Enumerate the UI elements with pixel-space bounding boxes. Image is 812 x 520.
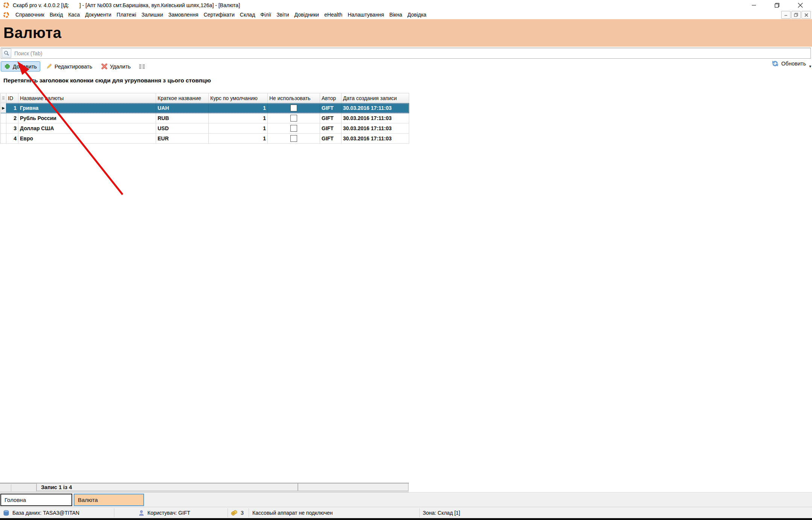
- menu-platezhi[interactable]: Платежі: [114, 11, 139, 18]
- tab-holovna[interactable]: Головна: [0, 494, 72, 506]
- page-header: Валюта: [0, 19, 812, 47]
- cash-device-label: Кассовый аппарат не подключен: [252, 510, 333, 516]
- cell-name: Евро: [18, 134, 156, 144]
- cell-created: 30.03.2016 17:11:03: [341, 103, 409, 113]
- database-label: База даних: TASA3@TITAN: [12, 510, 79, 516]
- menu-vikna[interactable]: Вікна: [387, 11, 405, 18]
- row-indicator-header: [1, 93, 6, 103]
- cell-unused: [268, 103, 320, 113]
- cell-id: 4: [6, 134, 18, 144]
- mdi-minimize-button[interactable]: [781, 11, 791, 19]
- app-logo-icon: [3, 2, 9, 8]
- mdi-restore-button[interactable]: [791, 11, 801, 19]
- record-navigator-right-panel: [298, 483, 408, 491]
- cell-id: 3: [6, 123, 18, 134]
- menu-zamovlennia[interactable]: Замовлення: [166, 11, 201, 18]
- tab-valyuta-label: Валюта: [78, 497, 98, 503]
- statusbar-cash-device: Кассовый аппарат не подключен: [252, 507, 333, 518]
- user-label: Користувач: GIFT: [147, 510, 190, 516]
- menu-ehealth[interactable]: eHealth: [322, 11, 345, 18]
- cell-name: Доллар США: [18, 123, 156, 134]
- menu-filii[interactable]: Філії: [258, 11, 274, 18]
- mdi-close-button[interactable]: [801, 11, 811, 19]
- window-title: Скарб pro v. 4.0.0.2 [ІД: ] - [Апт №003 …: [13, 2, 240, 8]
- close-button[interactable]: [789, 0, 812, 10]
- cell-code: USD: [156, 123, 209, 134]
- table-row-usd[interactable]: 3 Доллар США USD 1 GIFT 30.03.2016 17:11…: [1, 123, 409, 134]
- cell-code: RUB: [156, 113, 209, 123]
- table-row-rub[interactable]: 2 Рубль России RUB 1 GIFT 30.03.2016 17:…: [1, 113, 409, 123]
- menu-sertyfikaty[interactable]: Сертифікати: [201, 11, 237, 18]
- column-header-code[interactable]: Краткое название: [156, 93, 209, 103]
- column-header-author[interactable]: Автор: [320, 93, 341, 103]
- page-title: Валюта: [3, 24, 62, 41]
- column-header-id[interactable]: ID: [6, 93, 18, 103]
- refresh-dropdown-caret[interactable]: ▾: [809, 64, 811, 69]
- table-header-row: ID Название валюты Краткое название Курс…: [1, 93, 409, 103]
- search-bar: [1, 48, 811, 59]
- cash-count-label: 3: [241, 510, 244, 516]
- columns-icon: [138, 64, 146, 70]
- cell-author: GIFT: [320, 134, 341, 144]
- database-icon: [3, 510, 9, 516]
- search-input[interactable]: [14, 50, 810, 57]
- unused-checkbox[interactable]: [290, 105, 297, 111]
- tab-holovna-label: Головна: [5, 497, 26, 503]
- cell-rate: 1: [209, 123, 268, 134]
- unused-checkbox[interactable]: [290, 125, 297, 132]
- table-row-eur[interactable]: 4 Евро EUR 1 GIFT 30.03.2016 17:11:03: [1, 134, 409, 144]
- refresh-icon: [772, 60, 779, 67]
- menu-zalyshky[interactable]: Залишки: [139, 11, 165, 18]
- edit-button-label: Редактировать: [55, 64, 92, 70]
- column-header-rate[interactable]: Курс по умолчанию: [209, 93, 268, 103]
- status-bar: База даних: TASA3@TITAN Користувач: GIFT…: [0, 507, 812, 518]
- pencil-icon: [46, 63, 52, 70]
- cell-code: UAH: [156, 103, 209, 113]
- menu-spravochnik[interactable]: Справочник: [13, 11, 47, 18]
- app-window: Скарб pro v. 4.0.0.2 [ІД: ] - [Апт №003 …: [0, 0, 812, 520]
- menu-zvity[interactable]: Звіти: [274, 11, 291, 18]
- cell-unused: [268, 113, 320, 123]
- column-header-unused[interactable]: Не использовать: [268, 93, 320, 103]
- refresh-button-label: Обновить: [781, 61, 806, 67]
- statusbar-separator: [419, 508, 420, 517]
- group-by-hint: Перетягніть заголовок колонки сюди для у…: [3, 77, 211, 84]
- cell-unused: [268, 134, 320, 144]
- currency-table: ID Название валюты Краткое название Курс…: [0, 93, 409, 144]
- menu-sklad[interactable]: Склад: [237, 11, 258, 18]
- edit-button[interactable]: Редактировать: [42, 61, 96, 71]
- cell-created: 30.03.2016 17:11:03: [341, 134, 409, 144]
- cell-unused: [268, 123, 320, 134]
- refresh-button[interactable]: Обновить: [772, 60, 806, 67]
- restore-button[interactable]: [765, 0, 789, 10]
- toolbar: Добавить Редактировать Удалить: [0, 59, 812, 74]
- row-indicator: [1, 134, 6, 144]
- cell-code: EUR: [156, 134, 209, 144]
- menu-vyhid[interactable]: Вихід: [47, 11, 65, 18]
- table-row-grivna[interactable]: ▶ 1 Гривна UAH 1 GIFT 30.03.2016 17:11:0…: [1, 103, 409, 113]
- delete-button[interactable]: Удалить: [98, 61, 134, 71]
- tab-valyuta[interactable]: Валюта: [74, 494, 144, 506]
- unused-checkbox[interactable]: [290, 135, 297, 142]
- minimize-button[interactable]: [742, 0, 765, 10]
- menu-logo-icon: [3, 12, 9, 18]
- menu-nalashtuvannia[interactable]: Налаштування: [345, 11, 387, 18]
- menu-dovidka[interactable]: Довідка: [405, 11, 429, 18]
- statusbar-separator: [249, 508, 249, 517]
- delete-button-label: Удалить: [110, 64, 131, 70]
- add-button[interactable]: Добавить: [1, 61, 40, 71]
- plus-icon: [4, 63, 11, 70]
- column-header-created[interactable]: Дата создания записи: [341, 93, 409, 103]
- unused-checkbox[interactable]: [290, 115, 297, 122]
- columns-button[interactable]: [137, 62, 147, 71]
- cell-created: 30.03.2016 17:11:03: [341, 123, 409, 134]
- current-row-arrow-icon: ▶: [2, 106, 5, 110]
- add-button-label: Добавить: [13, 64, 37, 70]
- menu-kasa[interactable]: Каса: [65, 11, 82, 18]
- menu-dovidnyky[interactable]: Довідники: [292, 11, 322, 18]
- coins-icon: [231, 510, 238, 516]
- footer-divider: [11, 484, 11, 491]
- menu-dokumenty[interactable]: Документи: [82, 11, 114, 18]
- column-header-name[interactable]: Название валюты: [18, 93, 156, 103]
- cell-author: GIFT: [320, 103, 341, 113]
